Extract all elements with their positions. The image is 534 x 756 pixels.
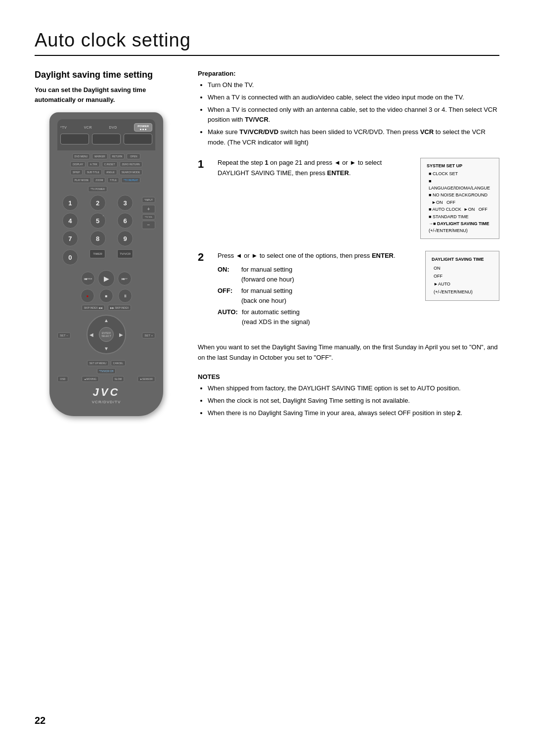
section-heading: Daylight saving time setting: [35, 70, 178, 80]
options-block: ON: for manual setting(forward one hour)…: [218, 265, 415, 327]
setup-menu-btn[interactable]: SET UP MENU: [87, 360, 109, 366]
skip-index-left-btn[interactable]: SKIP INDEX ◀◀: [82, 305, 105, 311]
nav-up-arrow[interactable]: ▲: [104, 318, 109, 323]
open-btn[interactable]: OPEN: [127, 153, 140, 159]
sp-ep-btn[interactable]: SP/EP: [70, 169, 83, 175]
tv-vol-minus-btn[interactable]: −: [142, 221, 155, 229]
menu-1-item-2: ■ LANGUAGE/IDIOMA/LANGUE: [427, 178, 493, 192]
power-dot-1: [140, 129, 141, 130]
power-dot-3: [145, 129, 146, 130]
preparation-block: Preparation: Turn ON the TV. When a TV i…: [198, 70, 499, 148]
dvd-menu-btn[interactable]: DVD MENU: [72, 153, 90, 159]
remote-screen-left: [60, 134, 89, 144]
num-4-btn[interactable]: 4: [62, 213, 78, 229]
menu-2-title: DAYLIGHT SAVING TIME: [432, 255, 493, 263]
tv-label: *TV: [60, 126, 67, 129]
num-8-btn[interactable]: 8: [90, 231, 106, 246]
tv-vcr-btn[interactable]: TV/VCR: [117, 249, 133, 258]
nav-right-arrow[interactable]: ▶: [119, 332, 123, 337]
zoom-btn[interactable]: ZOOM: [93, 177, 105, 183]
title-btn[interactable]: TITLE: [107, 177, 119, 183]
menu-1-item-6: ■ STANDARD TIME: [427, 213, 493, 220]
enter-select-btn[interactable]: ENTER/ SELECT: [99, 327, 114, 342]
nav-left-arrow[interactable]: ◀: [89, 332, 93, 337]
return-btn[interactable]: RETURN: [110, 153, 125, 159]
numpad-special-row: 0 TIMER TV/VCR: [57, 249, 138, 265]
step-1-text: Repeat the step 1 on page 21 and press ◄…: [218, 158, 410, 179]
num-3-btn[interactable]: 3: [117, 195, 133, 211]
moving-btn[interactable]: ▲MOVING: [82, 376, 99, 382]
timer-btn[interactable]: TIMER: [89, 249, 105, 258]
option-off-row: OFF: for manual setting(back one hour): [218, 286, 415, 305]
zero-return-btn[interactable]: ZERO RETURN: [120, 161, 142, 167]
notes-heading: NOTES: [198, 373, 499, 380]
step-1-content: Repeat the step 1 on page 21 and press ◄…: [218, 158, 499, 239]
tv-vcr-ch-label: *TV/VCR CH: [97, 368, 116, 374]
menu-2-off: OFF: [432, 272, 493, 280]
step-1-menu: SYSTEM SET UP ■ CLOCK SET ■ LANGUAGE/IDI…: [420, 158, 499, 239]
a-trk-btn[interactable]: A.TRK: [88, 161, 100, 167]
option-auto-row: AUTO: for automatic setting(read XDS in …: [218, 307, 415, 327]
angle-btn[interactable]: ANGLE: [104, 169, 117, 175]
num-5-btn[interactable]: 5•: [90, 213, 106, 229]
num-1-btn[interactable]: 1: [62, 195, 78, 211]
step-2-text: Press ◄ or ► to select one of the option…: [218, 251, 415, 261]
menu-2-enter: (+/-/ENTER/MENU): [432, 288, 493, 296]
step-1-row: Repeat the step 1 on page 21 and press ◄…: [218, 158, 499, 239]
btn-row-3: SP/EP SUB TITLE ANGLE SEARCH MODE: [57, 169, 155, 175]
skip-index-right-btn[interactable]: ▶▶ SKIP INDEX: [108, 305, 131, 311]
search-btn[interactable]: SEARCH MODE: [119, 169, 142, 175]
prep-item-3: When a TV is connected only with an ante…: [208, 105, 499, 126]
tv-power-btn[interactable]: *TV POWER: [88, 186, 107, 192]
page-title: Auto clock setting: [35, 30, 499, 51]
btn-row-1: DVD MENU MARKER RETURN OPEN: [57, 153, 155, 159]
menu-1-title: SYSTEM SET UP: [427, 162, 493, 169]
display-btn[interactable]: DISPLAY: [70, 161, 86, 167]
option-on-key: ON:: [218, 265, 237, 284]
remote-screen-right: [124, 134, 152, 144]
menu-1-item-7: →■ DAYLIGHT SAVING TIME: [427, 220, 493, 227]
num-2-btn[interactable]: 2: [90, 195, 106, 211]
sensor-btn[interactable]: ►SENSOR: [137, 376, 155, 382]
set-plus-btn[interactable]: SET +: [142, 332, 155, 338]
subtitle-btn[interactable]: SUB TITLE: [85, 169, 102, 175]
step-2-row: Press ◄ or ► to select one of the option…: [218, 251, 499, 331]
c-reset-btn[interactable]: C.RESET: [102, 161, 118, 167]
num-0-btn[interactable]: 0: [62, 249, 78, 265]
cancel-btn[interactable]: CANCEL: [111, 360, 126, 366]
option-off-key: OFF:: [218, 286, 237, 305]
input-btn[interactable]: *INPUT: [142, 197, 155, 203]
prep-heading: Preparation:: [198, 70, 499, 77]
step-1-number: 1: [198, 158, 210, 171]
tv-vol-plus-btn[interactable]: +: [142, 205, 155, 213]
menu-2-on: ON: [432, 264, 493, 272]
dvd-label: DVD: [109, 126, 117, 129]
num-7-btn[interactable]: 7: [62, 231, 78, 246]
step-2-block: 2 Press ◄ or ► to select one of the opti…: [198, 251, 499, 331]
stop-btn[interactable]: ■: [99, 289, 113, 303]
ff-btn[interactable]: ⏭FF: [118, 272, 132, 285]
play-mode-btn[interactable]: PLAY MODE: [72, 177, 91, 183]
remote-screens: [60, 134, 152, 144]
rec-btn[interactable]: ●: [81, 289, 94, 303]
option-auto-key: AUTO:: [218, 307, 238, 327]
remote-screen-center: [92, 134, 121, 144]
pause-btn[interactable]: ⏸: [118, 289, 132, 303]
slow-btn[interactable]: SLOW: [112, 376, 125, 382]
set-minus-btn[interactable]: SET −: [57, 332, 71, 338]
play-btn[interactable]: ▶: [98, 270, 115, 287]
transport-section: ⏮REW ▶ ⏭FF ● ■ ⏸ SKIP INDEX ◀◀ ▶▶ SKIP I…: [57, 270, 155, 311]
rew-btn[interactable]: ⏮REW: [81, 272, 95, 285]
osd-btn[interactable]: OSD: [57, 376, 68, 382]
nav-down-arrow[interactable]: ▼: [104, 346, 109, 351]
marker-btn[interactable]: MARKER: [92, 153, 107, 159]
repeat-btn[interactable]: *TV REPEAT: [121, 177, 140, 183]
step-1-block: 1 Repeat the step 1 on page 21 and press…: [198, 158, 499, 239]
step-2-menu: DAYLIGHT SAVING TIME ON OFF ►AUTO (+/-/E…: [425, 251, 499, 301]
tv-vol-label: *TV VOL: [142, 214, 155, 220]
num-9-btn[interactable]: 9: [117, 231, 133, 246]
num-6-btn[interactable]: 6: [117, 213, 133, 229]
option-off-desc: for manual setting(back one hour): [241, 286, 292, 305]
power-button[interactable]: POWER: [134, 123, 152, 132]
menu-1-item-8: (+/-/ENTER/MENU): [427, 227, 493, 234]
